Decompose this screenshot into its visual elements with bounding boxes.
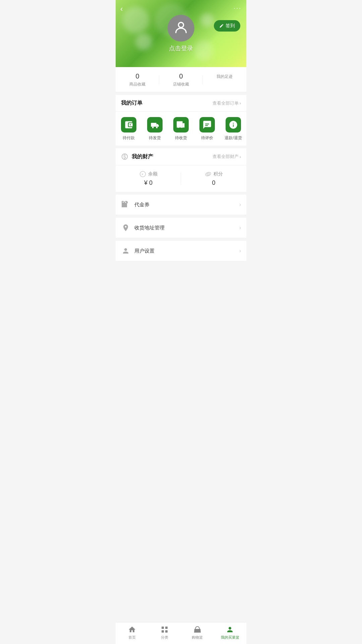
order-refund[interactable]: ¥ 退款/退货 (220, 117, 246, 141)
voucher-icon (121, 200, 130, 209)
settings-item[interactable]: 用户设置 › (116, 241, 246, 261)
assets-title: 我的财产 (132, 153, 153, 160)
svg-text:¥: ¥ (231, 123, 234, 127)
stat-footprint[interactable]: 我的足迹 (203, 72, 246, 87)
sign-label: 签到 (226, 23, 235, 29)
view-all-assets-link[interactable]: 查看全部财产 › (213, 154, 241, 160)
assets-icon (121, 153, 128, 160)
svg-point-6 (181, 126, 183, 128)
svg-point-5 (178, 126, 179, 128)
assets-header: 我的财产 查看全部财产 › (116, 148, 246, 165)
order-icons-row: 待付款 待发货 待收货 待评价 ¥ 退款/退货 (116, 112, 246, 146)
order-pending-review[interactable]: 待评价 (194, 117, 220, 141)
svg-point-3 (156, 127, 158, 128)
svg-point-2 (152, 127, 154, 128)
svg-rect-1 (151, 123, 156, 127)
orders-title: 我的订单 (121, 100, 142, 107)
address-label: 收货地址管理 (134, 225, 239, 231)
more-button[interactable]: ··· (234, 5, 242, 12)
sign-in-button[interactable]: 签到 (214, 20, 240, 32)
user-icon (173, 20, 189, 37)
profile-banner: ‹ ··· 签到 点击登录 (116, 0, 246, 67)
asset-points[interactable]: 积分 0 (181, 171, 246, 186)
address-item[interactable]: 收货地址管理 › (116, 218, 246, 238)
view-all-orders-link[interactable]: 查看全部订单 › (213, 100, 241, 106)
svg-point-0 (178, 22, 183, 28)
asset-balance[interactable]: ¥ 余额 ¥ 0 (116, 171, 181, 186)
address-arrow: › (239, 225, 241, 231)
svg-text:¥: ¥ (141, 173, 143, 176)
points-icon (205, 171, 212, 177)
svg-rect-4 (177, 121, 183, 126)
settings-icon (121, 246, 130, 256)
my-assets-section: 我的财产 查看全部财产 › ¥ 余额 ¥ 0 积分 0 (116, 148, 246, 192)
orders-header: 我的订单 查看全部订单 › (116, 95, 246, 112)
order-pending-ship[interactable]: 待发货 (142, 117, 168, 141)
svg-point-11 (206, 173, 210, 175)
voucher-label: 代金券 (134, 202, 239, 208)
login-prompt[interactable]: 点击登录 (169, 44, 193, 52)
address-icon (121, 223, 130, 232)
voucher-arrow: › (239, 202, 241, 208)
voucher-item[interactable]: 代金券 › (116, 195, 246, 215)
settings-arrow: › (239, 248, 241, 254)
svg-point-10 (205, 171, 211, 176)
stat-product-favorites[interactable]: 0 商品收藏 (116, 72, 159, 87)
back-button[interactable]: ‹ (120, 5, 123, 13)
assets-row: ¥ 余额 ¥ 0 积分 0 (116, 165, 246, 192)
stats-row: 0 商品收藏 0 店铺收藏 我的足迹 (116, 67, 246, 92)
settings-label: 用户设置 (134, 248, 239, 254)
avatar[interactable] (168, 15, 194, 42)
stat-store-favorites[interactable]: 0 店铺收藏 (159, 72, 203, 87)
order-pending-payment[interactable]: 待付款 (116, 117, 142, 141)
my-orders-section: 我的订单 查看全部订单 › 待付款 待发货 待收货 (116, 95, 246, 146)
footer-gray-block (116, 264, 246, 281)
order-pending-receive[interactable]: 待收货 (168, 117, 194, 141)
